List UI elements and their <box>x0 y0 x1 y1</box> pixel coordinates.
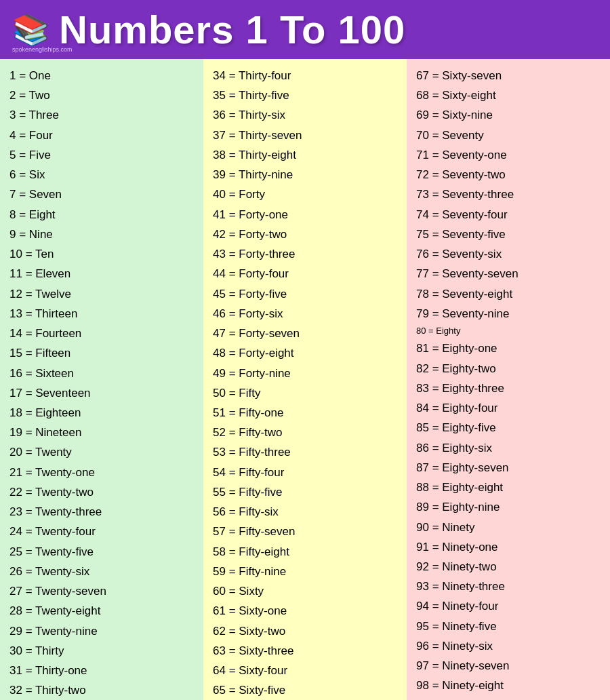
book-icon: 📚 <box>12 12 49 47</box>
list-item: 14 = Fourteen <box>9 324 194 343</box>
list-item: 48 = Forty-eight <box>213 343 397 363</box>
list-item: 70 = Seventy <box>416 125 601 145</box>
list-item: 34 = Thirty-four <box>213 66 397 85</box>
list-item: 57 = Fifty-seven <box>213 522 397 541</box>
list-item: 39 = Thirty-nine <box>213 165 397 184</box>
list-item: 38 = Thirty-eight <box>213 145 397 165</box>
list-item: 92 = Ninety-two <box>416 557 601 577</box>
list-item: 50 = Fifty <box>213 383 397 403</box>
list-item: 82 = Eighty-two <box>416 359 601 378</box>
list-item: 22 = Twenty-two <box>9 482 194 502</box>
list-item: 24 = Twenty-four <box>9 522 194 541</box>
list-item: 11 = Eleven <box>9 264 194 284</box>
list-item: 32 = Thirty-two <box>9 680 194 700</box>
list-item: 16 = Sixteen <box>9 364 194 383</box>
list-item: 21 = Twenty-one <box>9 463 194 482</box>
list-item: 91 = Ninety-one <box>416 537 601 557</box>
list-item: 17 = Seventeen <box>9 383 194 403</box>
list-item: 73 = Seventy-three <box>416 184 601 204</box>
list-item: 84 = Eighty-four <box>416 398 601 418</box>
list-item: 44 = Forty-four <box>213 264 397 284</box>
list-item: 60 = Sixty <box>213 581 397 601</box>
list-item: 68 = Sixty-eight <box>416 85 601 105</box>
list-item: 93 = Ninety-three <box>416 577 601 596</box>
list-item: 49 = Forty-nine <box>213 364 397 383</box>
list-item: 36 = Thirty-six <box>213 105 397 125</box>
list-item: 71 = Seventy-one <box>416 145 601 165</box>
list-item: 6 = Six <box>9 165 194 184</box>
list-item: 40 = Forty <box>213 184 397 204</box>
list-item: 19 = Nineteen <box>9 423 194 442</box>
list-item: 75 = Seventy-five <box>416 225 601 244</box>
list-item: 55 = Fifty-five <box>213 482 397 502</box>
list-item: 8 = Eight <box>9 205 194 225</box>
list-item: 25 = Twenty-five <box>9 542 194 562</box>
list-item: 30 = Thirty <box>9 641 194 661</box>
watermark: spokenengliships.com <box>12 46 73 53</box>
list-item: 20 = Twenty <box>9 442 194 462</box>
list-item: 74 = Seventy-four <box>416 205 601 225</box>
column-67-100: 67 = Sixty-seven68 = Sixty-eight69 = Six… <box>407 59 610 700</box>
column-34-66: 34 = Thirty-four35 = Thirty-five36 = Thi… <box>203 59 407 700</box>
list-item: 63 = Sixty-three <box>213 641 397 661</box>
list-item: 65 = Sixty-five <box>213 680 397 700</box>
list-item: 12 = Twelve <box>9 284 194 304</box>
list-item: 96 = Ninety-six <box>416 636 601 656</box>
list-item: 98 = Ninety-eight <box>416 676 601 695</box>
numbers-table: 1 = One2 = Two3 = Three4 = Four5 = Five6… <box>0 59 610 700</box>
list-item: 52 = Fifty-two <box>213 423 397 442</box>
list-item: 78 = Seventy-eight <box>416 284 601 304</box>
list-item: 18 = Eighteen <box>9 403 194 423</box>
list-item: 67 = Sixty-seven <box>416 66 601 85</box>
list-item: 23 = Twenty-three <box>9 502 194 522</box>
list-item: 59 = Fifty-nine <box>213 562 397 581</box>
list-item: 47 = Forty-seven <box>213 324 397 343</box>
list-item: 86 = Eighty-six <box>416 438 601 458</box>
list-item: 28 = Twenty-eight <box>9 601 194 621</box>
list-item: 29 = Twenty-nine <box>9 621 194 641</box>
list-item: 72 = Seventy-two <box>416 165 601 184</box>
list-item: 43 = Forty-three <box>213 244 397 264</box>
list-item: 64 = Sixty-four <box>213 661 397 680</box>
list-item: 35 = Thirty-five <box>213 85 397 105</box>
page-header: 📚 Numbers 1 To 100 <box>0 0 610 59</box>
list-item: 61 = Sixty-one <box>213 601 397 621</box>
list-item: 5 = Five <box>9 145 194 165</box>
list-item: 83 = Eighty-three <box>416 378 601 398</box>
list-item: 99 = Ninety-nine <box>416 696 601 700</box>
list-item: 69 = Sixty-nine <box>416 105 601 125</box>
list-item: 88 = Eighty-eight <box>416 478 601 497</box>
page-title: Numbers 1 To 100 <box>59 7 405 52</box>
list-item: 2 = Two <box>9 85 194 105</box>
list-item: 42 = Forty-two <box>213 225 397 244</box>
list-item: 4 = Four <box>9 125 194 145</box>
list-item: 81 = Eighty-one <box>416 338 601 358</box>
list-item: 77 = Seventy-seven <box>416 264 601 284</box>
list-item: 1 = One <box>9 66 194 85</box>
list-item: 10 = Ten <box>9 244 194 264</box>
list-item: 45 = Forty-five <box>213 284 397 304</box>
list-item: 51 = Fifty-one <box>213 403 397 423</box>
list-item: 89 = Eighty-nine <box>416 497 601 517</box>
list-item: 53 = Fifty-three <box>213 442 397 462</box>
list-item: 80 = Eighty <box>416 324 601 338</box>
list-item: 56 = Fifty-six <box>213 502 397 522</box>
list-item: 76 = Seventy-six <box>416 244 601 264</box>
list-item: 87 = Eighty-seven <box>416 458 601 478</box>
list-item: 9 = Nine <box>9 225 194 244</box>
list-item: 41 = Forty-one <box>213 205 397 225</box>
list-item: 7 = Seven <box>9 184 194 204</box>
list-item: 26 = Twenty-six <box>9 562 194 581</box>
list-item: 90 = Ninety <box>416 518 601 537</box>
list-item: 31 = Thirty-one <box>9 661 194 680</box>
list-item: 95 = Ninety-five <box>416 617 601 636</box>
list-item: 79 = Seventy-nine <box>416 304 601 324</box>
list-item: 37 = Thirty-seven <box>213 125 397 145</box>
list-item: 46 = Forty-six <box>213 304 397 324</box>
list-item: 54 = Fifty-four <box>213 463 397 482</box>
list-item: 15 = Fifteen <box>9 343 194 363</box>
list-item: 13 = Thirteen <box>9 304 194 324</box>
list-item: 62 = Sixty-two <box>213 621 397 641</box>
list-item: 27 = Twenty-seven <box>9 581 194 601</box>
list-item: 97 = Ninety-seven <box>416 656 601 676</box>
